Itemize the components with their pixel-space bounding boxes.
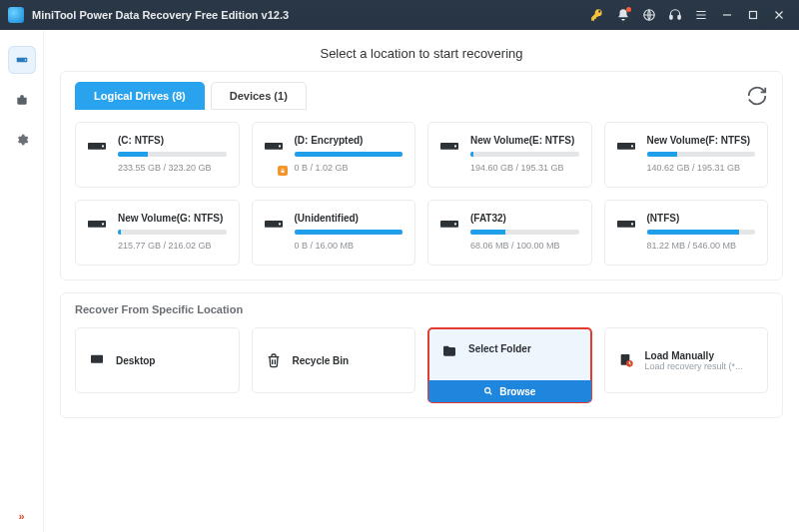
usage-bar (118, 230, 227, 235)
sidebar-toolbox[interactable] (8, 86, 36, 114)
folder-icon (440, 343, 458, 359)
svg-rect-3 (750, 12, 757, 19)
drive-icon (265, 213, 285, 251)
drive-title: New Volume(G: NTFS) (118, 213, 227, 224)
tab-row: Logical Drives (8) Devices (1) (75, 82, 768, 110)
svg-point-12 (454, 145, 456, 147)
svg-rect-1 (670, 16, 672, 19)
svg-point-7 (102, 145, 104, 147)
drive-title: (Unidentified) (295, 213, 403, 224)
drive-usage: 0 B / 16.00 MB (295, 241, 403, 251)
svg-point-9 (278, 145, 280, 147)
browse-label: Browse (499, 386, 535, 397)
drives-panel: Logical Drives (8) Devices (1) (C: NTFS)… (60, 71, 783, 280)
location-load-label: Load Manually (645, 350, 743, 361)
sidebar-settings[interactable] (8, 126, 36, 154)
svg-point-20 (454, 223, 456, 225)
tab-logical-drives[interactable]: Logical Drives (8) (75, 82, 205, 110)
drive-grid: (C: NTFS)233.55 GB / 323.20 GB(D: Encryp… (75, 122, 768, 266)
sidebar-expand-toggle[interactable]: » (18, 510, 24, 522)
notification-dot-icon (626, 7, 631, 12)
drive-icon (265, 135, 285, 173)
maximize-button[interactable] (741, 3, 765, 27)
usage-bar (295, 230, 403, 235)
drive-icon (88, 135, 108, 173)
desktop-icon (88, 352, 106, 368)
svg-rect-10 (281, 171, 284, 173)
page-headline: Select a location to start recovering (44, 30, 799, 71)
drive-usage: 0 B / 1.02 GB (295, 163, 403, 173)
drive-card[interactable]: (FAT32)68.06 MB / 100.00 MB (427, 200, 592, 266)
drive-title: (FAT32) (470, 213, 579, 224)
drive-usage: 81.22 MB / 546.00 MB (647, 241, 756, 251)
recycle-bin-icon (265, 352, 283, 368)
svg-point-14 (630, 145, 632, 147)
drive-usage: 215.77 GB / 216.02 GB (118, 241, 227, 251)
usage-bar (118, 152, 227, 157)
location-select-label: Select Folder (468, 343, 531, 354)
location-desktop[interactable]: Desktop (75, 327, 240, 393)
usage-bar (647, 230, 756, 235)
globe-icon[interactable] (637, 3, 661, 27)
location-desktop-label: Desktop (116, 355, 155, 366)
svg-point-22 (630, 223, 632, 225)
drive-title: (D: Encrypted) (295, 135, 403, 146)
app-title: MiniTool Power Data Recovery Free Editio… (32, 9, 289, 21)
drive-card[interactable]: (NTFS)81.22 MB / 546.00 MB (604, 200, 769, 266)
drive-icon (617, 213, 637, 251)
drive-icon (440, 135, 460, 173)
app-logo-icon (8, 7, 24, 23)
drive-card[interactable]: (Unidentified)0 B / 16.00 MB (252, 200, 416, 266)
sidebar-recover-drives[interactable] (8, 46, 36, 74)
svg-rect-23 (91, 355, 103, 363)
drive-card[interactable]: New Volume(F: NTFS)140.62 GB / 195.31 GB (604, 122, 769, 188)
minimize-button[interactable] (715, 3, 739, 27)
drive-usage: 68.06 MB / 100.00 MB (470, 241, 579, 251)
svg-point-18 (278, 223, 280, 225)
specific-location-panel: Recover From Specific Location Desktop R… (60, 292, 783, 418)
drive-title: (NTFS) (647, 213, 756, 224)
location-recycle-label: Recycle Bin (293, 355, 350, 366)
drive-card[interactable]: (C: NTFS)233.55 GB / 323.20 GB (75, 122, 240, 188)
drive-title: (C: NTFS) (118, 135, 227, 146)
close-button[interactable] (767, 3, 791, 27)
section-title: Recover From Specific Location (75, 303, 768, 315)
refresh-button[interactable] (746, 85, 768, 107)
sidebar: » (0, 30, 44, 532)
drive-usage: 194.60 GB / 195.31 GB (470, 163, 579, 173)
usage-bar (470, 230, 579, 235)
svg-point-24 (485, 388, 490, 393)
location-load-manually[interactable]: Load Manually Load recovery result (*... (604, 327, 769, 393)
drive-icon (440, 213, 460, 251)
menu-icon[interactable] (689, 3, 713, 27)
location-load-sub: Load recovery result (*... (645, 361, 743, 371)
usage-bar (470, 152, 579, 157)
location-grid: Desktop Recycle Bin Select Folder Br (75, 327, 768, 403)
browse-button[interactable]: Browse (428, 380, 591, 402)
load-manually-icon (617, 352, 635, 368)
drive-title: New Volume(F: NTFS) (647, 135, 756, 146)
svg-point-16 (102, 223, 104, 225)
drive-usage: 233.55 GB / 323.20 GB (118, 163, 227, 173)
drive-card[interactable]: New Volume(E: NTFS)194.60 GB / 195.31 GB (427, 122, 592, 188)
location-select-folder[interactable]: Select Folder Browse (427, 327, 592, 403)
drive-card[interactable]: New Volume(G: NTFS)215.77 GB / 216.02 GB (75, 200, 240, 266)
drive-usage: 140.62 GB / 195.31 GB (647, 163, 756, 173)
usage-bar (647, 152, 756, 157)
location-recycle-bin[interactable]: Recycle Bin (252, 327, 416, 393)
main: Select a location to start recovering Lo… (44, 30, 799, 532)
drive-icon (88, 213, 108, 251)
drive-title: New Volume(E: NTFS) (470, 135, 579, 146)
notifications-icon[interactable] (611, 3, 635, 27)
usage-bar (295, 152, 403, 157)
svg-rect-2 (678, 16, 680, 19)
svg-point-5 (24, 59, 26, 61)
titlebar: MiniTool Power Data Recovery Free Editio… (0, 0, 799, 30)
tab-devices[interactable]: Devices (1) (211, 82, 307, 110)
drive-card[interactable]: (D: Encrypted)0 B / 1.02 GB (252, 122, 416, 188)
lock-badge-icon (278, 166, 288, 176)
upgrade-key-icon[interactable] (585, 3, 609, 27)
support-headset-icon[interactable] (663, 3, 687, 27)
drive-icon (617, 135, 637, 173)
